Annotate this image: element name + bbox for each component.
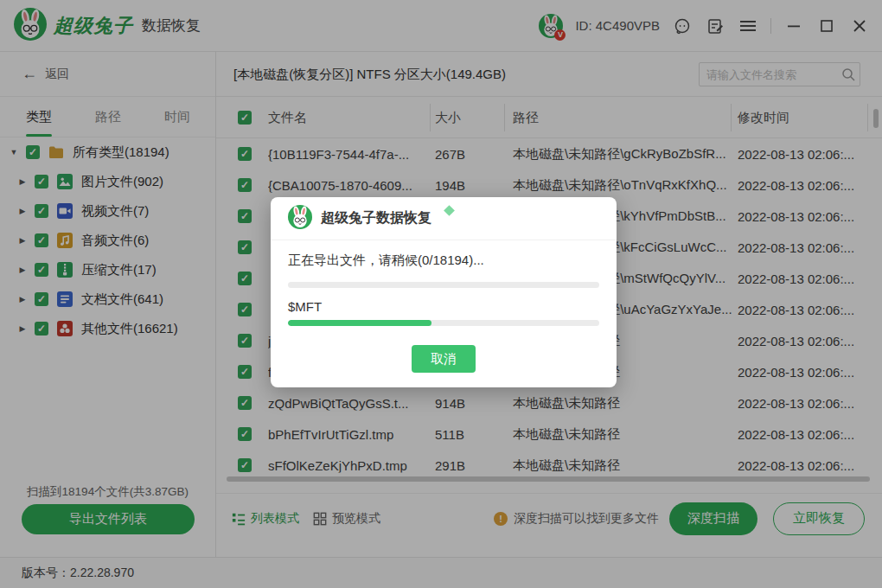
export-status-text: 正在导出文件，请稍候(0/18194)... [288, 252, 599, 269]
current-progress-bar [288, 320, 599, 326]
current-file-name: $MFT [288, 299, 599, 314]
dialog-header: 超级兔子数据恢复 [271, 197, 617, 240]
cancel-button[interactable]: 取消 [412, 345, 476, 373]
current-progress-fill [288, 320, 431, 326]
diamond-decoration [444, 205, 455, 216]
export-progress-dialog: 超级兔子数据恢复 正在导出文件，请稍候(0/18194)... $MFT 取消 [271, 197, 617, 387]
rabbit-logo-small [288, 205, 312, 233]
overall-progress-bar [288, 282, 599, 288]
dialog-title: 超级兔子数据恢复 [321, 209, 431, 227]
